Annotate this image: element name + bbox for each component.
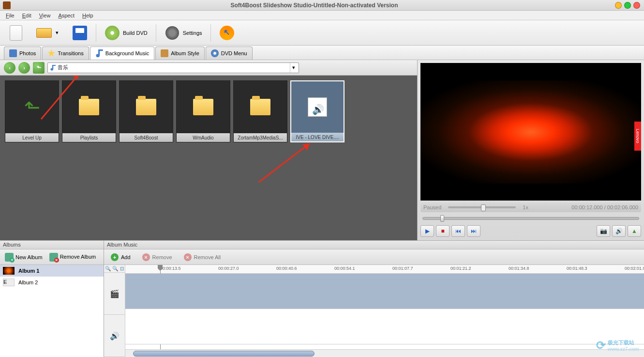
audio-file-icon — [308, 97, 327, 117]
time-display: 00:00:12.000 / 00:02:06.000 — [571, 204, 638, 210]
volume-button[interactable]: 🔊 — [612, 225, 626, 237]
close-button[interactable] — [633, 2, 640, 9]
chevron-down-icon[interactable]: ▾ — [55, 30, 60, 36]
stop-button[interactable]: ■ — [436, 225, 449, 237]
file-item-levelup[interactable]: ⬑ Level Up — [5, 80, 59, 142]
timeline-remove-button[interactable]: ×Remove — [139, 252, 175, 263]
titlebar: Soft4Boost Slideshow Studio-Untitled-Non… — [0, 0, 644, 11]
timeline-left: 🔍 🔍 ⊡ 🎬 🔊 — [104, 265, 125, 357]
new-album-button[interactable]: New Album — [2, 251, 45, 263]
save-button[interactable] — [68, 23, 92, 43]
folder-icon — [250, 99, 270, 115]
folder-icon — [193, 99, 213, 115]
albums-toolbar: New Album Remove Album — [0, 249, 104, 265]
svg-marker-1 — [302, 143, 310, 151]
path-dropdown-button[interactable]: ▾ — [290, 63, 297, 73]
tabs-row: Photos Transitions Background Music Albu… — [0, 46, 644, 60]
bottom-panel: Albums New Album Remove Album Album 1 E … — [0, 240, 644, 357]
seek-track[interactable] — [422, 217, 639, 220]
menu-edit[interactable]: Edit — [18, 12, 35, 19]
separator — [156, 24, 156, 42]
audio-track-icon: 🔊 — [104, 315, 125, 357]
settings-button[interactable]: Settings — [160, 23, 207, 43]
new-button[interactable] — [4, 23, 28, 43]
album-row[interactable]: E Album 2 — [0, 277, 104, 288]
watermark: ⟳ 极光下载站 www.xz7.com — [596, 339, 639, 352]
seek-bar — [420, 214, 641, 223]
minimize-button[interactable] — [615, 2, 622, 9]
snapshot-button[interactable]: 📷 — [597, 225, 610, 237]
zoom-in-button[interactable]: 🔍 — [105, 266, 111, 271]
open-button[interactable]: ▾ — [32, 23, 64, 43]
tab-dvd-menu[interactable]: DVD Menu — [206, 47, 253, 60]
zoom-out-button[interactable]: 🔍 — [112, 266, 118, 271]
file-item-folder[interactable]: ZortamMp3MediaS... — [233, 80, 287, 142]
tab-transitions[interactable]: Transitions — [42, 47, 89, 60]
next-button[interactable]: ⏭ — [467, 225, 480, 237]
timeline-content: 🔍 🔍 ⊡ 🎬 🔊 00:00:13.5 00:00:27.0 00:00:40… — [104, 265, 644, 357]
timeline-ruler[interactable]: 00:00:13.5 00:00:27.0 00:00:40.6 00:00:5… — [125, 265, 644, 274]
file-item-folder[interactable]: Playlists — [62, 80, 116, 142]
file-item-folder[interactable]: Soft4Boost — [119, 80, 173, 142]
menu-file[interactable]: File — [2, 12, 18, 19]
window-controls — [615, 2, 644, 9]
file-item-folder[interactable]: WmAudio — [176, 80, 230, 142]
menu-view[interactable]: View — [35, 12, 55, 19]
tab-album-style[interactable]: Album Style — [155, 47, 205, 60]
preview-controls: ▶ ■ ⏮ ⏭ 📷 🔊 ▲ — [420, 225, 641, 237]
speed-label: 1x — [523, 204, 528, 210]
music-icon — [95, 49, 103, 57]
remove-album-button[interactable]: Remove Album — [46, 251, 99, 263]
scrollbar-thumb[interactable] — [133, 351, 315, 357]
albums-panel: Albums New Album Remove Album Album 1 E … — [0, 241, 104, 357]
timeline-toolbar: +Add ×Remove ×Remove All — [104, 249, 644, 265]
play-button[interactable]: ▶ — [420, 225, 434, 237]
nav-forward-button[interactable]: › — [18, 62, 30, 74]
speed-slider[interactable] — [448, 206, 516, 208]
path-text: 音乐 — [58, 64, 68, 71]
browser-nav: ‹ › ⬑ 音乐 ▾ — [0, 60, 417, 76]
timeline-tracks[interactable]: 00:00:13.5 00:00:27.0 00:00:40.6 00:00:5… — [125, 265, 644, 357]
fullscreen-button[interactable]: ▲ — [628, 225, 641, 237]
remove-icon — [49, 253, 58, 262]
album-list: Album 1 E Album 2 — [0, 265, 104, 357]
window-title: Soft4Boost Slideshow Studio-Untitled-Non… — [14, 2, 615, 9]
album-thumb: E — [3, 279, 15, 286]
timeline-removeall-button[interactable]: ×Remove All — [181, 252, 224, 263]
tab-photos[interactable]: Photos — [4, 47, 41, 60]
timeline-add-button[interactable]: +Add — [108, 252, 134, 263]
timeline-header: Album Music — [104, 241, 644, 249]
dvd-icon — [211, 49, 219, 57]
seek-thumb[interactable] — [440, 215, 444, 222]
album-icon — [161, 49, 168, 57]
toolbar: ▾ Build DVD Settings — [0, 20, 644, 46]
preview-image: Lenovo — [420, 80, 641, 184]
main-area: ‹ › ⬑ 音乐 ▾ ⬑ Level Up Playlists Soft4Boo… — [0, 60, 644, 240]
maximize-button[interactable] — [624, 2, 631, 9]
path-input[interactable]: 音乐 ▾ — [47, 62, 299, 73]
build-dvd-button[interactable]: Build DVD — [100, 23, 152, 43]
album-thumb — [3, 267, 15, 275]
music-icon — [50, 65, 56, 71]
zoom-fit-button[interactable]: ⊡ — [120, 266, 124, 271]
nav-up-button[interactable]: ⬑ — [33, 62, 45, 74]
menubar: File Edit View Aspect Help — [0, 11, 644, 20]
preview-screen: Lenovo — [420, 63, 641, 201]
folder-icon — [136, 99, 156, 115]
preview-panel: Lenovo Paused 1x 00:00:12.000 / 00:02:06… — [418, 60, 644, 240]
file-item-audio[interactable]: IVE - LOVE DIVE.... — [290, 80, 344, 142]
separator — [210, 24, 211, 42]
albums-header: Albums — [0, 241, 104, 249]
levelup-icon: ⬑ — [24, 96, 40, 118]
album-row[interactable]: Album 1 — [0, 265, 104, 277]
timeline-scrollbar[interactable] — [125, 349, 644, 357]
prev-button[interactable]: ⏮ — [451, 225, 465, 237]
tab-background-music[interactable]: Background Music — [90, 47, 155, 60]
upgrade-button[interactable] — [215, 23, 239, 43]
video-track[interactable] — [125, 274, 644, 309]
audio-track[interactable] — [125, 309, 644, 344]
zoom-controls: 🔍 🔍 ⊡ — [104, 265, 125, 273]
menu-aspect[interactable]: Aspect — [54, 12, 78, 19]
menu-help[interactable]: Help — [78, 12, 97, 19]
nav-back-button[interactable]: ‹ — [4, 62, 15, 74]
